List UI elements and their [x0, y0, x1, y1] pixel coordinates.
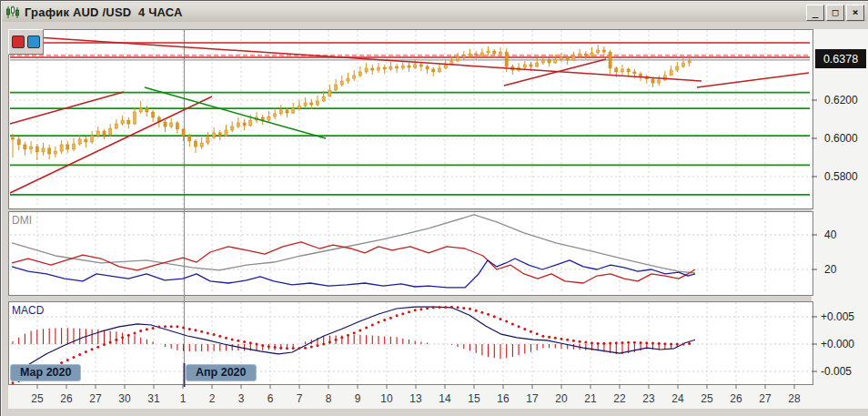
x-axis-day-label: 14 — [439, 392, 450, 405]
macd-panel-label: MACD — [12, 304, 44, 317]
month-badge-march: Мар 2020 — [10, 364, 81, 381]
blue-marker-button[interactable] — [27, 36, 40, 48]
dmi-tick-label: 20 — [824, 263, 836, 276]
chart-area: DMI MACD 0.6378 0.6200 0.6000 0.5800 40 … — [1, 22, 868, 416]
chart-toolbar — [8, 29, 44, 55]
x-axis-day-label: 6 — [267, 392, 274, 405]
x-axis-day-label: 21 — [584, 392, 596, 405]
x-axis-day-label: 27 — [759, 392, 771, 405]
month-badge-april: Апр 2020 — [186, 364, 257, 381]
dmi-panel-label: DMI — [12, 214, 32, 227]
x-axis-day-label: 20 — [555, 392, 567, 405]
x-axis-day-label: 25 — [701, 392, 712, 405]
price-tick-label: 0.6200 — [824, 94, 858, 107]
x-axis-day-label: 1 — [180, 392, 187, 405]
x-axis-day-label: 26 — [60, 392, 72, 405]
candlestick-chart-icon — [5, 5, 20, 19]
minimize-button[interactable]: _ — [806, 5, 824, 21]
x-axis-day-label: 30 — [118, 392, 130, 405]
x-axis-day-label: 13 — [409, 392, 421, 405]
x-axis-day-label: 15 — [468, 392, 479, 405]
x-axis-day-label: 25 — [31, 392, 43, 405]
window-title: График AUD /USD 4 ЧАСА — [25, 5, 183, 19]
x-axis-day-label: 23 — [642, 392, 654, 405]
price-tick-label: 0.6000 — [824, 132, 858, 145]
x-axis-day-label: 10 — [380, 392, 392, 405]
chart-canvas[interactable] — [1, 22, 868, 416]
x-axis-day-label: 16 — [497, 392, 509, 405]
x-axis-day-label: 17 — [526, 392, 538, 405]
x-axis-day-label: 27 — [89, 392, 101, 405]
x-axis-day-label: 24 — [671, 392, 683, 405]
dmi-tick-label: 40 — [824, 228, 836, 241]
macd-tick-label: +0.000 — [821, 338, 854, 350]
x-axis-day-label: 9 — [355, 392, 361, 405]
price-tick-label: 0.5800 — [824, 170, 858, 183]
x-axis-day-label: 31 — [147, 392, 159, 405]
x-axis-day-label: 3 — [238, 392, 245, 405]
macd-tick-label: +0.005 — [821, 310, 854, 323]
red-marker-button[interactable] — [12, 36, 25, 48]
x-axis-day-label: 22 — [613, 392, 625, 405]
maximize-button[interactable]: □ — [826, 5, 844, 21]
x-axis-day-label: 2 — [209, 392, 216, 405]
title-bar[interactable]: График AUD /USD 4 ЧАСА _ □ × — [3, 3, 867, 22]
x-axis-day-label: 26 — [730, 392, 742, 405]
current-price-badge: 0.6378 — [815, 49, 866, 68]
close-button[interactable]: × — [846, 5, 864, 21]
x-axis-day-label: 28 — [788, 392, 800, 405]
macd-tick-label: -0.005 — [821, 365, 852, 378]
chart-window: График AUD /USD 4 ЧАСА _ □ × DMI MACD 0.… — [0, 0, 868, 416]
x-axis-day-label: 7 — [297, 392, 303, 405]
x-axis-day-label: 8 — [326, 392, 332, 405]
